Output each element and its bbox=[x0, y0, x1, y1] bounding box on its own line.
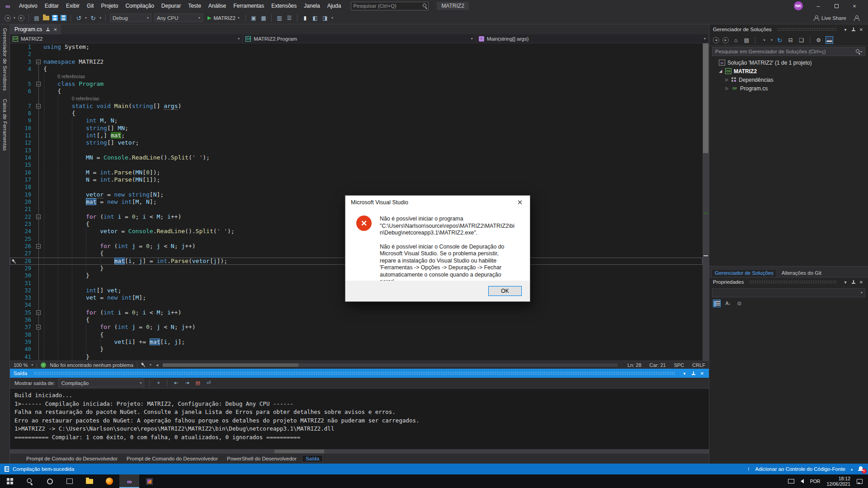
show-all-files-icon[interactable]: ▬ bbox=[826, 36, 833, 44]
menu-item-depurar[interactable]: Depurar bbox=[158, 0, 184, 12]
codelens-references-label[interactable]: 0 referências bbox=[43, 96, 99, 101]
nav-back-icon[interactable]: ◄ bbox=[713, 37, 719, 43]
preview-in-browser-icon[interactable]: ▦ bbox=[260, 15, 267, 21]
auto-hide-pin-icon[interactable] bbox=[691, 371, 695, 375]
collapse-region-icon[interactable]: − bbox=[36, 104, 41, 108]
dialog-close-icon[interactable]: ✕ bbox=[510, 196, 530, 209]
code-line-8[interactable]: 8 { bbox=[10, 110, 703, 117]
bottom-tab-saida-3[interactable]: Saída bbox=[302, 455, 323, 462]
pin-icon[interactable] bbox=[46, 28, 50, 32]
close-panel-icon[interactable]: ✕ bbox=[858, 280, 864, 285]
collapse-region-icon[interactable]: − bbox=[36, 244, 41, 249]
goto-source-icon[interactable]: ⌖ bbox=[155, 380, 162, 386]
close-tab-icon[interactable]: ✕ bbox=[53, 27, 57, 32]
code-line-35[interactable]: 35− for (int i = 0; i < M; i++) bbox=[10, 309, 703, 316]
cortana-icon[interactable] bbox=[40, 474, 60, 488]
code-line-15[interactable]: 15 bbox=[10, 161, 703, 169]
clock[interactable]: 18:1212/06/2021 bbox=[826, 476, 850, 487]
code-cleanup-icon[interactable] bbox=[140, 361, 147, 368]
user-avatar[interactable]: NK bbox=[794, 1, 803, 10]
previous-message-icon[interactable]: ⇤ bbox=[172, 380, 179, 386]
code-line-13[interactable]: 13 bbox=[10, 147, 703, 154]
menu-item-exibir[interactable]: Exibir bbox=[62, 0, 83, 12]
panel-tab-alteracoes-do-git[interactable]: Alterações do Git bbox=[778, 269, 825, 277]
new-file-icon[interactable]: ▤ bbox=[33, 15, 40, 21]
code-line-37[interactable]: 37− for (int j = 0; j < N; j++) bbox=[10, 324, 703, 331]
code-line-41[interactable]: 41 } bbox=[10, 353, 703, 361]
breadcrumb-matriz2[interactable]: C#MATRIZ2▾ bbox=[10, 34, 243, 43]
filter-dropdown-icon[interactable]: ▾ bbox=[771, 38, 773, 42]
bottom-tab-powershell-do-desenvolvedor-2[interactable]: PowerShell do Desenvolvedor bbox=[223, 455, 300, 462]
save-icon[interactable] bbox=[52, 15, 58, 21]
code-line-2[interactable]: 2 bbox=[10, 51, 703, 58]
chevron-down-icon[interactable]: ▾ bbox=[471, 37, 473, 41]
code-line-38[interactable]: 38 { bbox=[10, 331, 703, 338]
code-line-4[interactable]: 4{ bbox=[10, 66, 703, 73]
tree-item-program-cs[interactable]: ▷C#Program.cs bbox=[709, 84, 868, 93]
quick-search-input[interactable] bbox=[353, 3, 423, 9]
close-button[interactable]: × bbox=[845, 0, 863, 12]
find-in-files-icon[interactable]: ▥ bbox=[276, 15, 283, 21]
scc-dropdown-icon[interactable]: ▴ bbox=[851, 467, 853, 471]
navigate-to-icon[interactable]: ☰ bbox=[286, 15, 293, 21]
redo-icon[interactable]: ↻ bbox=[90, 14, 97, 22]
eol-indicator[interactable]: CRLF bbox=[692, 362, 705, 368]
next-message-icon[interactable]: ⇥ bbox=[183, 380, 190, 386]
menu-item-janela[interactable]: Janela bbox=[300, 0, 323, 12]
visual-studio-taskbar-icon[interactable]: ∞ bbox=[119, 474, 139, 488]
platform-combo[interactable]: Any CPU▾ bbox=[154, 14, 203, 22]
code-line-14[interactable]: 14 MN = Console.ReadLine().Split(' '); bbox=[10, 154, 703, 161]
redo-dropdown-icon[interactable]: ▾ bbox=[99, 16, 101, 20]
column-indicator[interactable]: Car: 21 bbox=[650, 362, 666, 368]
add-to-source-control-button[interactable]: Adicionar ao Controle do Código-Fonte bbox=[755, 466, 845, 472]
nav-back-dropdown-icon[interactable]: ▾ bbox=[14, 16, 15, 20]
solution-name-badge[interactable]: MATRIZ2 bbox=[437, 2, 468, 10]
collapse-region-icon[interactable]: − bbox=[36, 82, 41, 86]
menu-item-ajuda[interactable]: Ajuda bbox=[324, 0, 345, 12]
line-indicator[interactable]: Ln: 28 bbox=[627, 362, 642, 368]
chevron-down-icon[interactable]: ▾ bbox=[238, 37, 240, 41]
maximize-button[interactable] bbox=[827, 0, 845, 12]
menu-item-compilacao[interactable]: Compilação bbox=[122, 0, 157, 12]
tree-item-dependencias[interactable]: ▷Dependências bbox=[709, 75, 868, 84]
codelens-references-label[interactable]: 0 referências bbox=[43, 74, 85, 79]
server-explorer-tab[interactable]: Gerenciador de Servidores bbox=[2, 28, 8, 91]
solution-search-box[interactable]: ▾ bbox=[712, 47, 865, 56]
menu-item-projeto[interactable]: Projeto bbox=[97, 0, 122, 12]
minimize-button[interactable]: – bbox=[809, 0, 827, 12]
undo-icon[interactable]: ↺ bbox=[75, 14, 82, 22]
debug-configuration-combo[interactable]: Debug▾ bbox=[110, 14, 151, 22]
collapse-region-icon[interactable]: − bbox=[36, 310, 41, 315]
open-file-icon[interactable] bbox=[43, 16, 49, 20]
window-position-icon[interactable]: ▾ bbox=[681, 371, 688, 376]
code-line-3[interactable]: 3−namespace MATRIZ2 bbox=[10, 58, 703, 66]
solution-search-input[interactable] bbox=[715, 49, 856, 54]
task-view-icon[interactable] bbox=[60, 474, 80, 488]
code-line-10[interactable]: 10 string[] MN; bbox=[10, 125, 703, 132]
panel-drag-grip[interactable] bbox=[777, 28, 837, 31]
menu-item-teste[interactable]: Teste bbox=[184, 0, 205, 12]
quick-search-box[interactable] bbox=[351, 2, 429, 10]
action-center-icon[interactable] bbox=[857, 479, 863, 484]
pending-changes-filter-icon[interactable]: ◔ bbox=[760, 36, 768, 44]
menu-item-arquivo[interactable]: Arquivo bbox=[15, 0, 41, 12]
code-line-34[interactable]: 34 bbox=[10, 301, 703, 309]
menu-item-ferramentas[interactable]: Ferramentas bbox=[230, 0, 268, 12]
word-wrap-icon[interactable]: ⏎ bbox=[205, 380, 212, 386]
save-all-icon[interactable] bbox=[61, 15, 66, 21]
window-position-icon[interactable]: ▾ bbox=[842, 280, 849, 285]
refresh-icon[interactable]: ↻ bbox=[776, 36, 783, 44]
firefox-icon[interactable] bbox=[99, 474, 119, 488]
switch-views-icon[interactable]: ▤ bbox=[743, 36, 750, 44]
code-line-6[interactable]: 6 { bbox=[10, 88, 703, 95]
auto-hide-pin-icon[interactable] bbox=[851, 280, 855, 284]
live-share-label[interactable]: Live Share bbox=[821, 15, 846, 21]
feedback-icon[interactable] bbox=[854, 15, 859, 21]
property-pages-icon[interactable]: ⚙ bbox=[736, 300, 743, 307]
breadcrumb-matriz2-program[interactable]: C#MATRIZ2.Program▾ bbox=[243, 34, 476, 43]
collapse-all-icon[interactable]: ⊟ bbox=[787, 36, 794, 44]
code-line-39[interactable]: 39 vet[i] += mat[i, j]; bbox=[10, 338, 703, 346]
network-icon[interactable] bbox=[788, 479, 794, 483]
bottom-tab-prompt-de-comando-do-desenvolvedor-1[interactable]: Prompt de Comando do Desenvolvedor bbox=[123, 455, 222, 462]
window-position-icon[interactable]: ▾ bbox=[842, 27, 849, 32]
